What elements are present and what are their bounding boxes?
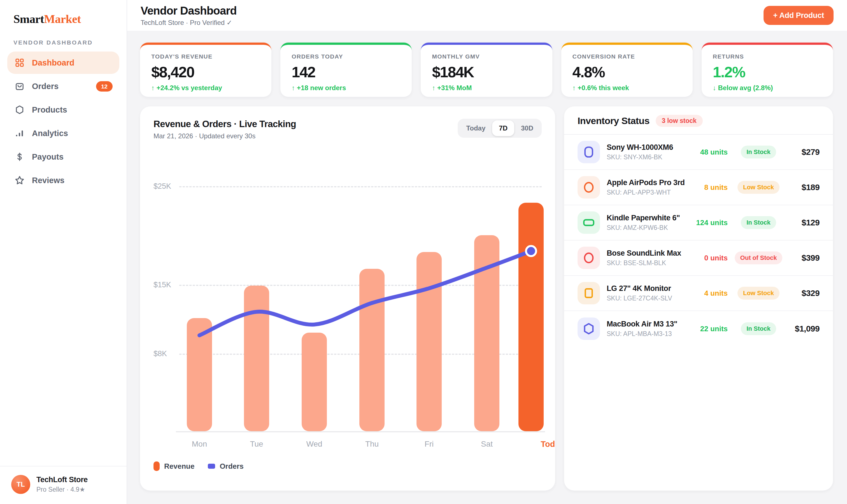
add-product-button[interactable]: + Add Product: [763, 6, 833, 25]
kpi-label: CONVERSION RATE: [572, 53, 682, 60]
product-units: 22 units: [692, 325, 728, 333]
sidebar-item-reviews[interactable]: Reviews: [7, 169, 119, 192]
gridline-25k: [179, 186, 542, 187]
product-info: Sony WH-1000XM6SKU: SNY-XM6-BK: [607, 143, 685, 161]
kpi-delta: ↑ +24.2% vs yesterday: [151, 84, 260, 92]
product-info: MacBook Air M3 13"SKU: APL-MBA-M3-13: [607, 320, 685, 338]
product-info: Apple AirPods Pro 3rdSKU: APL-APP3-WHT: [607, 178, 685, 196]
sidebar-item-products[interactable]: Products: [7, 98, 119, 121]
product-units: 8 units: [692, 183, 728, 192]
chart-plot: $25K$15K$8K: [154, 157, 542, 432]
inventory-row-lg-27-4k-monitor[interactable]: LG 27" 4K MonitorSKU: LGE-27C4K-SLV4 uni…: [564, 276, 833, 311]
x-label-tue: Tue: [250, 439, 263, 449]
sidebar-item-label: Products: [32, 105, 67, 114]
page-title-block: Vendor Dashboard TechLoft Store · Pro Ve…: [141, 4, 237, 26]
product-info: LG 27" 4K MonitorSKU: LGE-27C4K-SLV: [607, 284, 685, 302]
revenue-bar-wed: [302, 332, 327, 431]
product-units: 4 units: [692, 289, 728, 298]
status-badge: In Stock: [741, 216, 776, 229]
kpi-value: $184K: [432, 63, 541, 80]
sidebar-item-analytics[interactable]: Analytics: [7, 122, 119, 144]
kpi-row: TODAY'S REVENUE$8,420↑ +24.2% vs yesterd…: [140, 42, 833, 97]
status-pill-wrap: In Stock: [735, 146, 782, 159]
x-label-today: Today: [541, 439, 555, 449]
legend-item-revenue: Revenue: [154, 462, 194, 471]
dashboard-content: TODAY'S REVENUE$8,420↑ +24.2% vs yesterd…: [127, 31, 847, 504]
sidebar-item-label: Dashboard: [32, 58, 74, 68]
chart-x-axis: MonTueWedThuFriSatToday: [154, 439, 542, 453]
range-today[interactable]: Today: [459, 121, 492, 136]
store-name: TechLoft Store: [36, 475, 88, 484]
y-tick-label: $8K: [154, 349, 167, 358]
brand-logo: SmartMarket: [0, 0, 127, 33]
inventory-row-sony-wh-1000xm6[interactable]: Sony WH-1000XM6SKU: SNY-XM6-BK48 unitsIn…: [564, 135, 833, 170]
kpi-value: $8,420: [151, 63, 260, 80]
range-30d[interactable]: 30D: [514, 121, 540, 136]
status-badge: In Stock: [741, 322, 776, 335]
product-price: $129: [789, 218, 819, 227]
sidebar-item-dashboard[interactable]: Dashboard: [7, 52, 119, 74]
kpi-delta: ↑ +0.6% this week: [572, 84, 682, 92]
bottom-panels: Revenue & Orders · Live Tracking Mar 21,…: [140, 106, 833, 504]
product-units: 0 units: [692, 254, 728, 263]
product-hexagon-icon: [578, 318, 600, 340]
product-price: $189: [789, 183, 819, 192]
range-toggle: Today7D30D: [458, 119, 542, 138]
sidebar-item-orders[interactable]: Orders12: [7, 75, 119, 97]
product-price: $329: [789, 288, 819, 298]
product-sku: SKU: AMZ-KPW6-BK: [607, 224, 685, 232]
range-7d[interactable]: 7D: [492, 121, 514, 136]
inventory-row-macbook-air-m3-13[interactable]: MacBook Air M3 13"SKU: APL-MBA-M3-1322 u…: [564, 311, 833, 346]
chart-legend: RevenueOrders: [154, 462, 542, 471]
sidebar-item-payouts[interactable]: Payouts: [7, 146, 119, 168]
status-badge: Low Stock: [738, 287, 779, 300]
inventory-title: Inventory Status: [578, 115, 650, 126]
low-stock-badge: 3 low stock: [656, 115, 703, 127]
product-name: LG 27" 4K Monitor: [607, 284, 685, 293]
inventory-header: Inventory Status 3 low stock: [564, 106, 833, 135]
revenue-orders-chart-card: Revenue & Orders · Live Tracking Mar 21,…: [140, 106, 555, 490]
product-price: $399: [789, 253, 819, 263]
product-sku: SKU: APL-APP3-WHT: [607, 189, 685, 196]
sidebar-item-label: Orders: [32, 82, 58, 91]
x-label-wed: Wed: [306, 439, 322, 449]
product-price: $1,099: [789, 324, 819, 334]
sidebar-section-label: VENDOR DASHBOARD: [0, 33, 127, 52]
kpi-delta: ↑ +18 new orders: [292, 84, 401, 92]
kpi-label: ORDERS TODAY: [292, 53, 401, 60]
x-label-mon: Mon: [192, 439, 207, 449]
hexagon-icon: [14, 104, 25, 115]
status-pill-wrap: Out of Stock: [735, 251, 782, 264]
product-info: Bose SoundLink MaxSKU: BSE-SLM-BLK: [607, 249, 685, 267]
chart-header: Revenue & Orders · Live Tracking Mar 21,…: [154, 119, 542, 140]
sidebar-item-label: Payouts: [32, 152, 64, 162]
store-meta: Pro Seller · 4.9★: [36, 486, 88, 493]
inventory-row-apple-airpods-pro-3rd[interactable]: Apple AirPods Pro 3rdSKU: APL-APP3-WHT8 …: [564, 170, 833, 205]
inventory-row-bose-soundlink-max[interactable]: Bose SoundLink MaxSKU: BSE-SLM-BLK0 unit…: [564, 240, 833, 276]
status-badge: Out of Stock: [735, 251, 782, 264]
product-units: 48 units: [692, 148, 728, 157]
brand-secondary: Market: [44, 13, 81, 25]
sidebar-user-card[interactable]: TL TechLoft Store Pro Seller · 4.9★: [0, 466, 127, 504]
inventory-row-kindle-paperwhite-6[interactable]: Kindle Paperwhite 6"SKU: AMZ-KPW6-BK124 …: [564, 205, 833, 240]
status-pill-wrap: Low Stock: [735, 181, 782, 194]
product-name: Bose SoundLink Max: [607, 249, 685, 257]
kpi-label: TODAY'S REVENUE: [151, 53, 260, 60]
revenue-bar-today: [518, 203, 544, 431]
kpi-card-conversion-rate: CONVERSION RATE4.8%↑ +0.6% this week: [561, 42, 693, 97]
kpi-value: 1.2%: [713, 63, 822, 80]
kpi-card-orders-today: ORDERS TODAY142↑ +18 new orders: [280, 42, 412, 97]
kpi-card-today-s-revenue: TODAY'S REVENUE$8,420↑ +24.2% vs yesterd…: [140, 42, 271, 97]
orders-count-badge: 12: [96, 81, 112, 92]
product-sku: SKU: APL-MBA-M3-13: [607, 330, 685, 338]
kpi-value: 142: [292, 63, 401, 80]
legend-swatch-revenue: [154, 462, 160, 471]
product-rect-icon: [578, 282, 600, 304]
product-squircle-icon: [578, 141, 600, 163]
legend-label: Revenue: [164, 462, 194, 471]
brand-primary: Smart: [14, 13, 44, 25]
x-label-fri: Fri: [425, 439, 434, 449]
kpi-label: RETURNS: [713, 53, 822, 60]
bag-icon: [14, 80, 25, 92]
page-title: Vendor Dashboard: [141, 4, 237, 17]
